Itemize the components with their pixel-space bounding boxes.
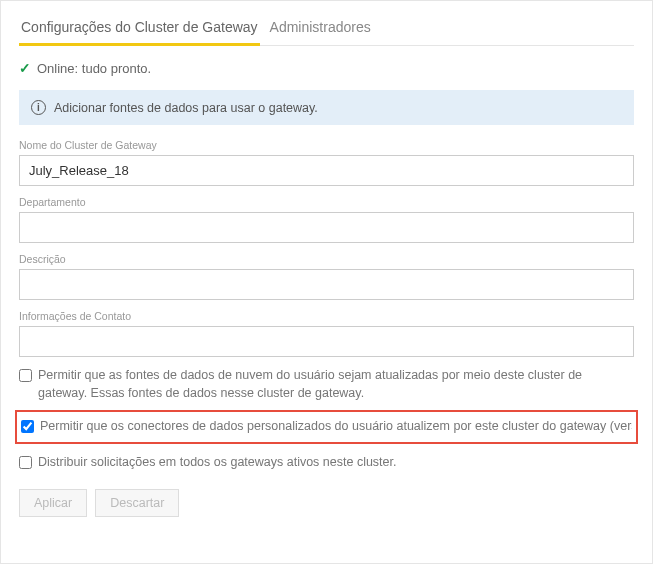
- tab-cluster-settings[interactable]: Configurações do Cluster de Gateway: [19, 15, 260, 46]
- checkbox-cloud-sources-label: Permitir que as fontes de dados de nuvem…: [38, 367, 634, 402]
- checkbox-distribute[interactable]: [19, 456, 32, 469]
- checkbox-custom-connectors-label: Permitir que os conectores de dados pers…: [40, 418, 632, 436]
- cluster-name-label: Nome do Cluster de Gateway: [19, 139, 634, 151]
- status-row: ✓ Online: tudo pronto.: [19, 60, 634, 76]
- department-input[interactable]: [19, 212, 634, 243]
- checkbox-custom-connectors-row: Permitir que os conectores de dados pers…: [21, 418, 632, 436]
- contact-label: Informações de Contato: [19, 310, 634, 322]
- discard-button[interactable]: Descartar: [95, 489, 179, 517]
- info-banner: i Adicionar fontes de dados para usar o …: [19, 90, 634, 125]
- description-input[interactable]: [19, 269, 634, 300]
- info-banner-text: Adicionar fontes de dados para usar o ga…: [54, 101, 318, 115]
- checkbox-distribute-row: Distribuir solicitações em todos os gate…: [19, 454, 634, 472]
- checkbox-distribute-label: Distribuir solicitações em todos os gate…: [38, 454, 397, 472]
- check-icon: ✓: [19, 60, 31, 76]
- checkbox-cloud-sources-row: Permitir que as fontes de dados de nuvem…: [19, 367, 634, 402]
- description-label: Descrição: [19, 253, 634, 265]
- status-text: Online: tudo pronto.: [37, 61, 151, 76]
- tab-administrators[interactable]: Administradores: [268, 15, 373, 45]
- contact-input[interactable]: [19, 326, 634, 357]
- checkbox-cloud-sources[interactable]: [19, 369, 32, 382]
- button-row: Aplicar Descartar: [19, 489, 634, 517]
- tab-bar: Configurações do Cluster de Gateway Admi…: [19, 15, 634, 46]
- checkbox-custom-connectors[interactable]: [21, 420, 34, 433]
- info-icon: i: [31, 100, 46, 115]
- highlighted-option: Permitir que os conectores de dados pers…: [15, 410, 638, 444]
- department-label: Departamento: [19, 196, 634, 208]
- cluster-name-input[interactable]: [19, 155, 634, 186]
- apply-button[interactable]: Aplicar: [19, 489, 87, 517]
